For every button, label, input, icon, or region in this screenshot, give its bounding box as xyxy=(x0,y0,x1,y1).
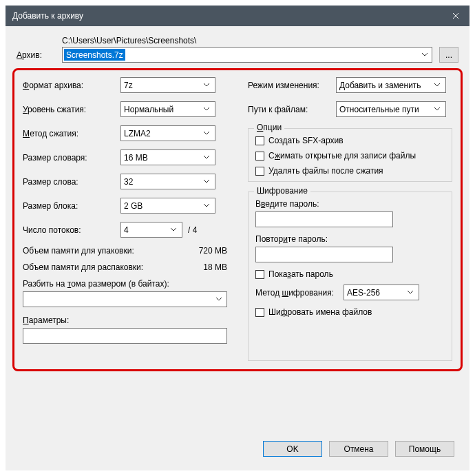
params-input[interactable] xyxy=(23,328,227,344)
paths-select[interactable]: Относительные пути xyxy=(336,101,446,117)
enc-method-label: Метод шифрования: xyxy=(255,288,344,298)
cancel-button[interactable]: Отмена xyxy=(329,441,388,457)
chevron-down-icon xyxy=(201,180,212,183)
format-select[interactable]: 7z xyxy=(120,77,215,93)
options-fieldset: Опции Создать SFX-архив Сжимать открытые… xyxy=(248,128,452,182)
password2-input[interactable] xyxy=(255,247,393,262)
threads-max: / 4 xyxy=(188,225,197,235)
level-select[interactable]: Нормальный xyxy=(120,101,215,117)
mem-pack-label: Объем памяти для упаковки: xyxy=(23,246,134,256)
password-input[interactable] xyxy=(255,211,393,227)
threads-label: Число потоков: xyxy=(23,225,120,235)
window-title: Добавить к архиву xyxy=(12,11,442,21)
paths-label: Пути к файлам: xyxy=(248,105,336,114)
word-label: Размер слова: xyxy=(23,177,120,187)
encryption-legend: Шифрование xyxy=(254,186,310,196)
encryption-fieldset: Шифрование Введите пароль: Повторите пар… xyxy=(248,192,452,361)
word-select[interactable]: 32 xyxy=(120,174,215,189)
split-label: Разбить на тома размером (в байтах): xyxy=(23,279,227,289)
chevron-down-icon xyxy=(405,291,416,294)
ok-button[interactable]: OK xyxy=(263,441,322,457)
format-label: Формат архива: xyxy=(23,81,120,90)
chevron-down-icon xyxy=(201,156,212,159)
mem-unpack-value: 18 MB xyxy=(203,262,227,272)
mode-label: Режим изменения: xyxy=(248,81,336,90)
chevron-down-icon xyxy=(432,83,443,87)
archive-label: Архив: xyxy=(17,50,55,63)
dict-label: Размер словаря: xyxy=(23,153,120,163)
chevron-down-icon xyxy=(201,107,212,111)
method-label: Метод сжатия: xyxy=(23,129,120,138)
dict-select[interactable]: 16 MB xyxy=(120,149,215,165)
level-label: Уровень сжатия: xyxy=(23,105,120,114)
enc-method-select[interactable]: AES-256 xyxy=(344,284,419,300)
mem-unpack-label: Объем памяти для распаковки: xyxy=(23,262,143,272)
method-select[interactable]: LZMA2 xyxy=(120,125,215,141)
mode-select[interactable]: Добавить и заменить xyxy=(336,77,446,93)
show-password-checkbox[interactable]: Показать пароль xyxy=(255,269,445,279)
sfx-checkbox[interactable]: Создать SFX-архив xyxy=(255,136,445,145)
archive-path: C:\Users\User\Pictures\Screenshots\ xyxy=(62,36,432,45)
close-button[interactable] xyxy=(442,6,469,26)
highlighted-region: Формат архива: 7z Уровень сжатия: Нормал… xyxy=(12,68,463,371)
delete-checkbox[interactable]: Удалять файлы после сжатия xyxy=(255,166,445,176)
checkbox-icon xyxy=(255,152,264,161)
split-combo[interactable] xyxy=(23,291,227,307)
checkbox-icon xyxy=(255,308,264,317)
help-button[interactable]: Помощь xyxy=(395,441,454,457)
chevron-down-icon xyxy=(201,83,212,87)
password2-label: Повторите пароль: xyxy=(255,234,445,244)
checkbox-icon xyxy=(255,167,264,176)
mem-pack-value: 720 MB xyxy=(199,246,227,256)
chevron-down-icon xyxy=(201,132,212,135)
browse-button[interactable]: ... xyxy=(439,47,458,63)
block-label: Размер блока: xyxy=(23,201,120,211)
chevron-down-icon xyxy=(168,228,179,231)
archive-name-combo[interactable]: Screenshots.7z xyxy=(62,47,432,63)
checkbox-icon xyxy=(255,136,264,145)
params-label: Параметры: xyxy=(23,315,227,325)
chevron-down-icon xyxy=(213,293,225,305)
titlebar: Добавить к архиву xyxy=(6,6,469,26)
encrypt-names-checkbox[interactable]: Шифровать имена файлов xyxy=(255,307,445,317)
block-select[interactable]: 2 GB xyxy=(120,198,215,214)
shared-checkbox[interactable]: Сжимать открытые для записи файлы xyxy=(255,151,445,161)
threads-select[interactable]: 4 xyxy=(120,222,182,238)
chevron-down-icon xyxy=(419,48,431,61)
chevron-down-icon xyxy=(201,204,212,207)
password-label: Введите пароль: xyxy=(255,199,445,209)
chevron-down-icon xyxy=(432,107,443,111)
checkbox-icon xyxy=(255,270,264,279)
close-icon xyxy=(452,12,459,19)
options-legend: Опции xyxy=(254,123,284,132)
archive-filename: Screenshots.7z xyxy=(64,49,125,61)
